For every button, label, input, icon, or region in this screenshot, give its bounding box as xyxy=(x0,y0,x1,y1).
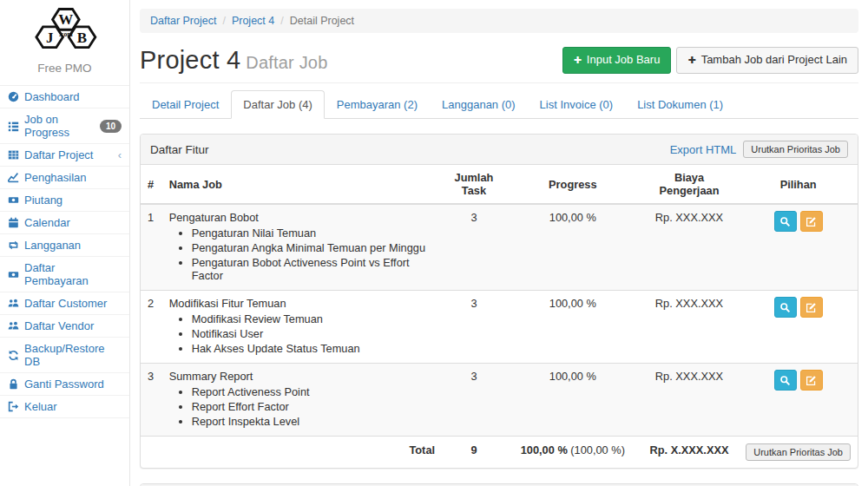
panel-title: Daftar Fitur xyxy=(150,143,209,156)
jumlah-task-value: 3 xyxy=(442,364,506,437)
sidebar-item-piutang[interactable]: Piutang xyxy=(0,189,129,212)
progress-value: 100,00 % xyxy=(506,291,640,364)
sidebar-item-penghasilan[interactable]: Penghasilan xyxy=(0,167,129,189)
tab-list-invoice[interactable]: List Invoice (0) xyxy=(528,90,626,119)
edit-job-button[interactable] xyxy=(800,211,823,232)
total-biaya: Rp. X.XXX.XXX xyxy=(640,437,740,469)
table-row: 3 Summary Report Report Activeness Point… xyxy=(141,364,858,437)
refresh-icon xyxy=(8,350,19,361)
subtask-list: Report Activeness Point Report Effort Fa… xyxy=(192,385,435,428)
subtask-item: Pengaturan Bobot Activeness Point vs Eff… xyxy=(192,256,435,282)
tab-langganan[interactable]: Langganan (0) xyxy=(430,90,528,119)
sidebar-item-calendar[interactable]: Calendar xyxy=(0,212,129,234)
jumlah-task-value: 3 xyxy=(442,204,506,291)
table-icon xyxy=(8,149,19,161)
title-divider xyxy=(140,82,858,83)
subtask-item: Pengaturan Angka Minimal Temuan per Ming… xyxy=(192,241,435,254)
users-icon xyxy=(8,298,19,309)
table-row: 1 Pengaturan Bobot Pengaturan Nilai Temu… xyxy=(141,204,858,291)
tab-daftar-job[interactable]: Daftar Job (4) xyxy=(231,90,324,119)
list-icon xyxy=(8,121,19,132)
subtask-item: Modifikasi Review Temuan xyxy=(192,312,435,325)
biaya-value: Rp. XXX.XXX xyxy=(640,291,740,364)
view-job-button[interactable] xyxy=(774,370,797,391)
subtask-item: Pengaturan Nilai Temuan xyxy=(192,227,435,240)
edit-icon xyxy=(806,302,817,313)
jwb-logo: W J B .com xyxy=(28,7,102,56)
app-window: W J B .com Free PMO Dashboard Job on Pro… xyxy=(0,0,868,486)
job-name: Modifikasi Fitur Temuan xyxy=(169,297,435,310)
sidebar-item-daftar-project[interactable]: Daftar Project ‹ xyxy=(0,144,129,167)
sidebar-item-backup-restore-db[interactable]: Backup/Restore DB xyxy=(0,338,129,373)
sidebar-item-daftar-customer[interactable]: Daftar Customer xyxy=(0,292,129,315)
brand: W J B .com Free PMO xyxy=(0,0,129,85)
urutkan-prioritas-job-button[interactable]: Urutkan Prioritas Job xyxy=(743,141,848,158)
jumlah-task-value: 3 xyxy=(442,291,506,364)
panel-daftar-fitur: Daftar Fitur Export HTML Urutkan Priorit… xyxy=(140,134,858,469)
subtask-item: Report Effort Factor xyxy=(192,400,435,413)
edit-icon xyxy=(806,216,817,227)
money-icon xyxy=(8,194,19,206)
search-icon xyxy=(779,216,791,227)
subtask-list: Modifikasi Review Temuan Notifikasi User… xyxy=(192,312,435,355)
plus-icon: ✚ xyxy=(574,56,582,65)
chevron-left-icon: ‹ xyxy=(118,149,122,161)
retweet-icon xyxy=(8,240,19,251)
progress-value: 100,00 % xyxy=(506,364,640,437)
table-header-row: # Nama Job Jumlah Task Progress Biaya Pe… xyxy=(141,165,858,204)
money-icon xyxy=(8,269,19,280)
view-job-button[interactable] xyxy=(774,211,797,232)
calendar-icon xyxy=(8,217,19,228)
tab-pembayaran[interactable]: Pembayaran (2) xyxy=(325,90,430,119)
biaya-value: Rp. XXX.XXX xyxy=(640,204,740,291)
table-total-row: Total 9 100,00 % (100,00 %) Rp. X.XXX.XX… xyxy=(141,437,858,469)
plus-icon: ✚ xyxy=(687,56,695,65)
biaya-value: Rp. XXX.XXX xyxy=(640,364,740,437)
sidebar-item-langganan[interactable]: Langganan xyxy=(0,234,129,257)
urutkan-prioritas-job-button[interactable]: Urutkan Prioritas Job xyxy=(746,443,851,461)
lock-icon xyxy=(8,378,19,390)
daftar-fitur-table: # Nama Job Jumlah Task Progress Biaya Pe… xyxy=(141,165,858,468)
edit-job-button[interactable] xyxy=(800,370,823,391)
sidebar-item-job-on-progress[interactable]: Job on Progress 10 xyxy=(0,108,129,144)
sidebar-menu: Dashboard Job on Progress 10 Daftar Proj… xyxy=(0,85,129,418)
job-name: Pengaturan Bobot xyxy=(169,211,435,224)
breadcrumb-daftar-project[interactable]: Daftar Project xyxy=(150,15,216,27)
sidebar-item-keluar[interactable]: Keluar xyxy=(0,396,129,418)
tambah-job-dari-project-lain-button[interactable]: ✚ Tambah Job dari Project Lain xyxy=(676,47,858,74)
edit-icon xyxy=(806,375,817,386)
edit-job-button[interactable] xyxy=(800,297,823,318)
total-label: Total xyxy=(162,437,442,469)
page-subtitle: Daftar Job xyxy=(246,53,327,72)
total-progress: 100,00 % (100,00 %) xyxy=(506,437,640,469)
tab-detail-project[interactable]: Detail Project xyxy=(140,90,231,119)
job-name: Summary Report xyxy=(169,370,435,383)
header-buttons: ✚ Input Job Baru ✚ Tambah Job dari Proje… xyxy=(562,47,858,74)
page-title: Project 4Daftar Job xyxy=(140,46,328,75)
svg-text:J: J xyxy=(45,30,53,46)
breadcrumb-project-4[interactable]: Project 4 xyxy=(232,15,274,27)
job-count-badge: 10 xyxy=(100,120,122,133)
sidebar-item-daftar-pembayaran[interactable]: Daftar Pembayaran xyxy=(0,257,129,292)
breadcrumb-current: Detail Project xyxy=(274,15,354,27)
subtask-item: Notifikasi User xyxy=(192,327,435,340)
panel-daftar-fitur-header: Daftar Fitur Export HTML Urutkan Priorit… xyxy=(141,135,858,165)
tab-list-dokumen[interactable]: List Dokumen (1) xyxy=(625,90,735,119)
project-tabs: Detail Project Daftar Job (4) Pembayaran… xyxy=(140,90,858,119)
subtask-item: Hak Akses Update Status Temuan xyxy=(192,342,435,355)
main-content: Daftar Project Project 4 Detail Project … xyxy=(130,0,868,486)
brand-name: Free PMO xyxy=(0,62,129,75)
sidebar-item-dashboard[interactable]: Dashboard xyxy=(0,86,129,108)
export-html-link[interactable]: Export HTML xyxy=(670,143,737,156)
dashboard-icon xyxy=(8,91,19,102)
search-icon xyxy=(779,375,791,386)
sidebar-item-daftar-vendor[interactable]: Daftar Vendor xyxy=(0,315,129,338)
svg-text:.com: .com xyxy=(59,30,73,38)
progress-value: 100,00 % xyxy=(506,204,640,291)
view-job-button[interactable] xyxy=(774,297,797,318)
breadcrumb: Daftar Project Project 4 Detail Project xyxy=(140,9,858,33)
sidebar-item-ganti-password[interactable]: Ganti Password xyxy=(0,373,129,396)
users-icon xyxy=(8,320,19,332)
input-job-baru-button[interactable]: ✚ Input Job Baru xyxy=(562,47,672,74)
svg-text:W: W xyxy=(58,11,73,28)
